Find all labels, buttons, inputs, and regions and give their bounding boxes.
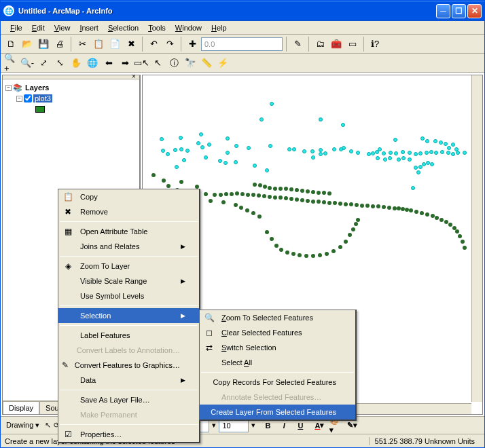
feature-point[interactable] [414, 210, 418, 214]
command-line-icon[interactable]: ▭ [345, 37, 360, 52]
feature-point[interactable] [289, 197, 293, 201]
tab-display[interactable]: Display [3, 401, 39, 414]
select-elements-icon[interactable]: ↖ [150, 56, 165, 71]
feature-point[interactable] [265, 168, 269, 172]
feature-point[interactable] [209, 199, 213, 203]
feature-point[interactable] [298, 253, 302, 257]
feature-point[interactable] [332, 147, 336, 151]
paste-icon[interactable]: 📄 [107, 37, 122, 52]
feature-point[interactable] [397, 157, 401, 162]
feature-point[interactable] [434, 151, 438, 155]
feature-point[interactable] [273, 195, 277, 200]
dropdown-icon[interactable]: ▾ [212, 421, 216, 430]
feature-point[interactable] [344, 240, 348, 244]
feature-point[interactable] [207, 143, 211, 147]
feature-point[interactable] [365, 204, 370, 208]
feature-point[interactable] [221, 200, 226, 204]
feature-point[interactable] [388, 156, 392, 160]
editor-icon[interactable]: ✎ [290, 37, 305, 52]
feature-point[interactable] [319, 117, 323, 122]
feature-point[interactable] [268, 195, 272, 199]
feature-point[interactable] [451, 143, 455, 147]
feature-point[interactable] [455, 229, 459, 234]
hyperlink-icon[interactable]: ⚡ [215, 56, 230, 71]
feature-point[interactable] [173, 148, 177, 152]
feature-point[interactable] [304, 254, 308, 258]
feature-point[interactable] [425, 212, 429, 217]
menu-item[interactable]: ◈Zoom To Layer [58, 259, 199, 274]
feature-point[interactable] [439, 218, 444, 222]
feature-point[interactable] [348, 233, 352, 237]
feature-point[interactable] [416, 170, 420, 174]
layer-label[interactable]: plot3 [33, 94, 52, 102]
feature-point[interactable] [322, 191, 326, 195]
feature-point[interactable] [341, 123, 345, 127]
feature-point[interactable] [273, 187, 277, 191]
menu-item[interactable]: ✎Convert Features to Graphics… [58, 358, 199, 373]
feature-point[interactable] [226, 151, 230, 155]
menu-selection[interactable]: Selection [104, 22, 143, 33]
menu-item[interactable]: 🔍Zoom To Selected Features [200, 310, 355, 325]
menu-help[interactable]: Help [207, 22, 231, 33]
feature-point[interactable] [311, 200, 315, 204]
dropdown-icon[interactable]: ▾ [251, 421, 255, 430]
feature-point[interactable] [351, 227, 355, 231]
menu-insert[interactable]: Insert [75, 22, 103, 33]
feature-point[interactable] [339, 147, 343, 151]
delete-icon[interactable]: ✖ [124, 37, 139, 52]
feature-point[interactable] [274, 244, 279, 248]
feature-point[interactable] [224, 192, 228, 196]
select-elements-icon[interactable]: ↖ [45, 421, 51, 430]
feature-point[interactable] [160, 137, 164, 141]
feature-point[interactable] [376, 204, 380, 208]
menu-item[interactable]: Copy Records For Selected Features [200, 375, 355, 390]
menu-view[interactable]: View [50, 22, 75, 33]
feature-point[interactable] [182, 158, 186, 162]
fixed-zoom-in-icon[interactable]: ⤢ [36, 56, 51, 71]
feature-point[interactable] [458, 234, 462, 238]
feature-point[interactable] [444, 142, 448, 146]
menu-item[interactable]: Create Layer From Selected Features [200, 405, 355, 419]
drawing-label[interactable]: Drawing ▾ [3, 421, 42, 430]
feature-point[interactable] [414, 166, 418, 170]
feature-point[interactable] [279, 187, 283, 191]
feature-point[interactable] [367, 152, 371, 156]
full-extent-icon[interactable]: 🌐 [85, 56, 100, 71]
titlebar[interactable]: 🌐 Untitled - ArcMap - ArcInfo ─ ☐ ✕ [1, 1, 484, 21]
forward-icon[interactable]: ➡ [118, 56, 132, 71]
feature-point[interactable] [394, 151, 398, 155]
feature-point[interactable] [376, 156, 380, 160]
zoom-out-icon[interactable]: 🔍- [20, 56, 35, 71]
feature-point[interactable] [317, 191, 321, 195]
feature-point[interactable] [448, 223, 452, 227]
feature-point[interactable] [420, 211, 424, 215]
open-icon[interactable]: 📂 [20, 37, 35, 52]
feature-point[interactable] [349, 149, 353, 153]
menu-item[interactable]: Use Symbol Levels [58, 288, 199, 303]
feature-point[interactable] [235, 191, 239, 195]
feature-point[interactable] [425, 139, 429, 143]
menu-file[interactable]: File [6, 22, 26, 33]
feature-point[interactable] [270, 102, 274, 106]
feature-point[interactable] [323, 151, 327, 155]
feature-point[interactable] [234, 160, 238, 164]
feature-point[interactable] [204, 155, 208, 160]
feature-point[interactable] [463, 151, 467, 155]
feature-point[interactable] [223, 161, 228, 165]
feature-point[interactable] [257, 193, 261, 198]
feature-point[interactable] [318, 253, 322, 257]
feature-point[interactable] [440, 150, 444, 154]
feature-point[interactable] [240, 192, 245, 196]
undo-icon[interactable]: ↶ [146, 37, 161, 52]
feature-point[interactable] [360, 204, 364, 208]
feature-point[interactable] [375, 150, 379, 154]
feature-point[interactable] [317, 200, 321, 204]
feature-point[interactable] [219, 193, 223, 197]
feature-point[interactable] [230, 192, 234, 196]
feature-point[interactable] [258, 183, 262, 187]
feature-point[interactable] [425, 151, 429, 155]
feature-point[interactable] [310, 149, 315, 153]
feature-point[interactable] [311, 190, 315, 194]
feature-point[interactable] [268, 144, 272, 148]
menu-item[interactable]: ▦Open Attribute Table [58, 224, 199, 239]
